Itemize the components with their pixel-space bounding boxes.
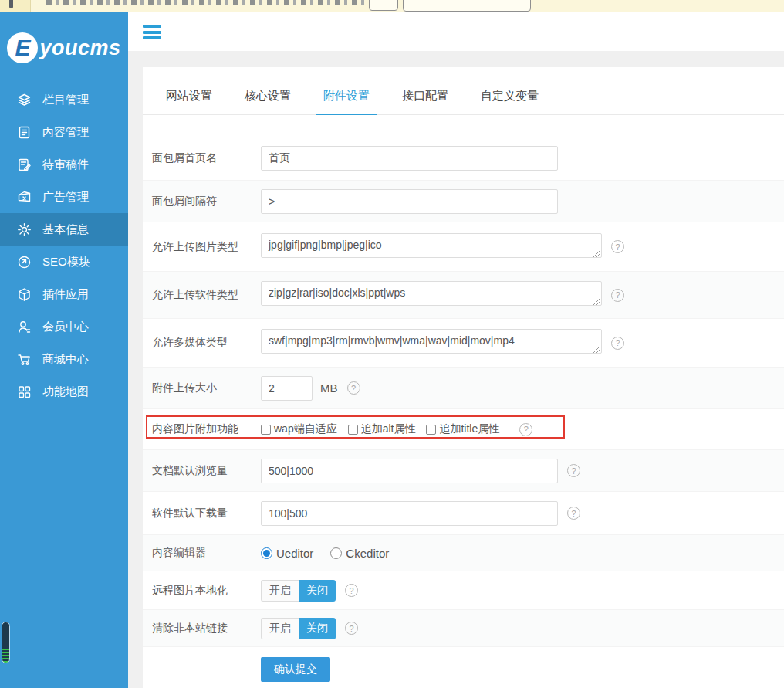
media-types-textarea[interactable]: swf|mpg|mp3|rm|rmvb|wmv|wma|wav|mid|mov|… — [261, 329, 602, 354]
checkbox-icon[interactable] — [348, 425, 358, 435]
software-types-textarea[interactable]: zip|gz|rar|iso|doc|xls|ppt|wps — [261, 281, 602, 306]
sidebar-item-plugins[interactable]: 插件应用 — [0, 278, 128, 310]
field-label: 内容图片附加功能 — [152, 422, 261, 436]
checkbox-wap-adaptive[interactable]: wap端自适应 — [261, 422, 337, 436]
sidebar-item-pending-drafts[interactable]: 待审稿件 — [0, 148, 128, 181]
link-icon — [17, 255, 32, 269]
sidebar-item-label: 功能地图 — [42, 385, 89, 399]
form-row-software-types: 允许上传软件类型 zip|gz|rar|iso|doc|xls|ppt|wps … — [143, 271, 784, 319]
checkbox-append-title[interactable]: 追加title属性 — [426, 422, 499, 436]
sidebar-item-basic-info[interactable]: 基本信息 — [0, 213, 128, 246]
gear-icon — [17, 222, 32, 237]
logo-text: youcms — [39, 36, 120, 60]
help-icon[interactable]: ? — [567, 507, 580, 520]
top-yellow-bar — [0, 0, 784, 12]
form-row-content-editor: 内容编辑器 Ueditor Ckeditor — [143, 534, 784, 571]
cart-icon — [17, 352, 32, 367]
sidebar-item-label: 待审稿件 — [42, 158, 89, 172]
sidebar-item-function-map[interactable]: 功能地图 — [0, 375, 128, 408]
settings-tabbar: 网站设置 核心设置 附件设置 接口配置 自定义变量 — [143, 67, 784, 115]
help-icon[interactable]: ? — [611, 337, 624, 350]
toggle-off-button[interactable]: 关闭 — [299, 580, 336, 602]
tab-site-settings[interactable]: 网站设置 — [158, 89, 220, 114]
form-row-upload-size: 附件上传大小 MB ? — [143, 367, 784, 409]
field-label: 面包屑间隔符 — [152, 195, 261, 208]
toggle-on-button[interactable]: 开启 — [261, 580, 299, 602]
logo-e-icon: E — [7, 32, 38, 63]
help-icon[interactable]: ? — [567, 464, 580, 477]
checkbox-label: 追加alt属性 — [361, 422, 416, 436]
clear-links-toggle: 开启 关闭 — [261, 618, 336, 639]
field-label: 远程图片本地化 — [152, 584, 261, 598]
unit-label: MB — [320, 381, 338, 395]
form-row-media-types: 允许多媒体类型 swf|mpg|mp3|rm|rmvb|wmv|wma|wav|… — [143, 319, 784, 367]
checkbox-label: 追加title属性 — [439, 422, 499, 436]
field-label: 附件上传大小 — [152, 381, 261, 395]
help-icon[interactable]: ? — [345, 622, 358, 635]
toggle-off-button[interactable]: 关闭 — [299, 618, 336, 639]
sidebar-item-member-center[interactable]: 会员中心 — [0, 310, 128, 343]
remote-image-toggle: 开启 关闭 — [261, 580, 336, 602]
checkbox-icon[interactable] — [261, 425, 271, 435]
toggle-on-button[interactable]: 开启 — [261, 618, 299, 639]
help-icon[interactable]: ? — [345, 584, 358, 597]
battery-indicator-widget — [2, 622, 10, 663]
top-bar-left-segment — [0, 0, 31, 12]
help-icon[interactable]: ? — [611, 289, 624, 302]
ad-icon — [17, 190, 32, 205]
checkbox-append-alt[interactable]: 追加alt属性 — [348, 422, 416, 436]
sidebar-menu: 栏目管理 内容管理 待审稿件 广告管理 基本信息 SEO模块 插件应用 会员中 — [0, 83, 128, 408]
breadcrumb-separator-input[interactable] — [261, 189, 558, 214]
radio-icon[interactable] — [330, 547, 342, 559]
toolbar-button-box[interactable] — [369, 0, 398, 11]
upload-size-input[interactable] — [261, 376, 313, 401]
form-row-breadcrumb-home: 面包屑首页名 — [143, 137, 784, 180]
logo[interactable]: E youcms — [0, 29, 128, 66]
layers-icon — [17, 93, 32, 107]
tab-custom-variables[interactable]: 自定义变量 — [473, 89, 546, 114]
field-label: 允许多媒体类型 — [152, 336, 261, 350]
help-icon[interactable]: ? — [519, 423, 532, 436]
sidebar: E youcms 栏目管理 内容管理 待审稿件 广告管理 基本信息 SEO模块 — [0, 12, 128, 688]
field-label: 软件默认下载量 — [152, 507, 261, 520]
sidebar-item-label: 内容管理 — [42, 125, 89, 140]
sidebar-item-seo-module[interactable]: SEO模块 — [0, 246, 128, 278]
field-label: 面包屑首页名 — [152, 151, 261, 165]
checkbox-icon[interactable] — [426, 425, 436, 435]
radio-label: Ueditor — [276, 547, 313, 560]
sidebar-item-label: SEO模块 — [42, 255, 90, 269]
soft-downloads-input[interactable] — [261, 501, 558, 526]
sitemap-icon — [17, 385, 32, 399]
field-label: 文档默认浏览量 — [152, 464, 261, 478]
plugin-icon — [17, 287, 32, 302]
header-bar — [128, 12, 784, 51]
sidebar-item-label: 基本信息 — [42, 222, 89, 237]
sidebar-item-ad-manage[interactable]: 广告管理 — [0, 181, 128, 213]
doc-views-input[interactable] — [261, 459, 558, 483]
radio-ueditor[interactable]: Ueditor — [261, 547, 313, 560]
tab-core-settings[interactable]: 核心设置 — [237, 89, 299, 114]
radio-icon[interactable] — [261, 547, 272, 559]
radio-label: Ckeditor — [346, 547, 389, 560]
help-icon[interactable]: ? — [611, 240, 624, 253]
submit-button[interactable]: 确认提交 — [261, 657, 330, 682]
radio-ckeditor[interactable]: Ckeditor — [330, 547, 389, 560]
help-icon[interactable]: ? — [347, 381, 360, 395]
submit-row: 确认提交 — [143, 647, 784, 688]
sidebar-item-label: 商城中心 — [42, 352, 89, 367]
breadcrumb-home-input[interactable] — [261, 146, 558, 171]
tab-api-config[interactable]: 接口配置 — [394, 89, 456, 114]
sidebar-item-label: 广告管理 — [42, 190, 89, 205]
form-row-image-extra-features: 内容图片附加功能 wap端自适应 追加alt属性 追加title属性 ? — [143, 409, 784, 449]
toolbar-input-box[interactable] — [403, 0, 531, 12]
sidebar-item-column-manage[interactable]: 栏目管理 — [0, 83, 128, 116]
settings-card: 网站设置 核心设置 附件设置 接口配置 自定义变量 面包屑首页名 面包屑间隔符 … — [143, 67, 784, 688]
image-types-textarea[interactable]: jpg|gif|png|bmp|jpeg|ico — [261, 233, 602, 258]
sidebar-item-mall-center[interactable]: 商城中心 — [0, 343, 128, 375]
tab-attachment-settings[interactable]: 附件设置 — [316, 89, 377, 115]
sidebar-item-label: 栏目管理 — [42, 93, 89, 107]
sidebar-item-content-manage[interactable]: 内容管理 — [0, 116, 128, 148]
hamburger-menu-icon[interactable] — [143, 25, 161, 39]
sidebar-item-label: 插件应用 — [42, 287, 89, 302]
draft-review-icon — [17, 158, 32, 172]
